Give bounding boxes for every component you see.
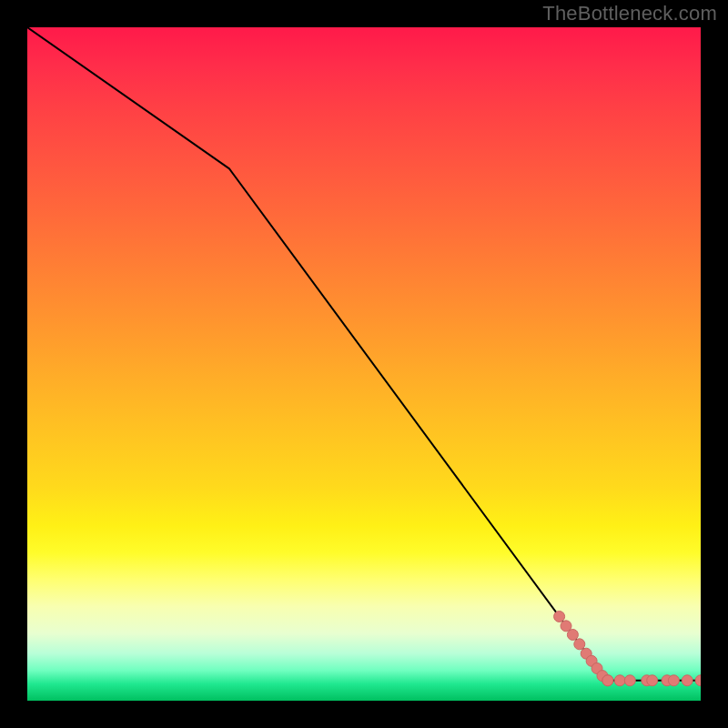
plot-area bbox=[27, 27, 701, 701]
marker-layer bbox=[554, 612, 701, 686]
data-point bbox=[695, 675, 701, 686]
curve-line bbox=[27, 27, 701, 681]
chart-frame: TheBottleneck.com bbox=[0, 0, 728, 728]
data-point bbox=[574, 639, 585, 650]
data-point bbox=[567, 629, 578, 640]
data-point bbox=[682, 675, 693, 686]
data-point bbox=[554, 612, 565, 622]
chart-overlay bbox=[27, 27, 701, 701]
curve-layer bbox=[27, 27, 701, 681]
data-point bbox=[614, 675, 625, 686]
data-point bbox=[668, 675, 679, 686]
data-point bbox=[647, 675, 658, 686]
data-point bbox=[624, 675, 635, 686]
watermark-text: TheBottleneck.com bbox=[542, 2, 717, 25]
data-point bbox=[602, 675, 613, 686]
